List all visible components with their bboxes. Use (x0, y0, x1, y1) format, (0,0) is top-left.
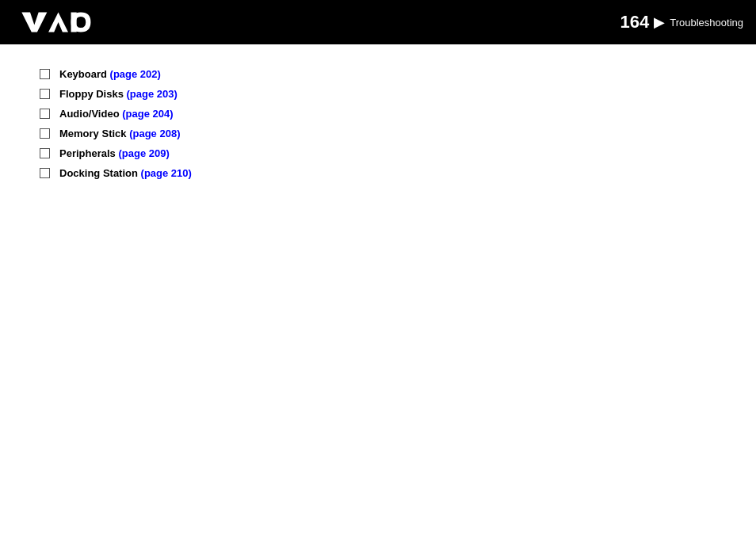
item-page-link[interactable]: (page 202) (110, 68, 161, 80)
item-label: Memory Stick (page 208) (59, 128, 180, 139)
list-item: Floppy Disks (page 203) (40, 88, 716, 100)
list-item: Peripherals (page 209) (40, 147, 716, 159)
header: 164 ▶ Troubleshooting (0, 0, 756, 44)
checkbox-icon (40, 148, 50, 158)
item-page-link[interactable]: (page 208) (129, 128, 180, 139)
content-area: Keyboard (page 202)Floppy Disks (page 20… (0, 44, 756, 203)
item-label: Docking Station (page 210) (59, 167, 192, 179)
checkbox-icon (40, 69, 50, 79)
vaio-logo (16, 10, 95, 35)
menu-list: Keyboard (page 202)Floppy Disks (page 20… (40, 68, 716, 179)
logo-area (16, 10, 95, 35)
checkbox-icon (40, 168, 50, 178)
item-label: Audio/Video (page 204) (59, 108, 174, 120)
item-label: Peripherals (page 209) (59, 147, 170, 159)
svg-marker-1 (48, 13, 68, 32)
list-item: Audio/Video (page 204) (40, 108, 716, 120)
svg-marker-0 (21, 13, 47, 32)
list-item: Memory Stick (page 208) (40, 128, 716, 139)
item-page-link[interactable]: (page 209) (118, 147, 169, 159)
checkbox-icon (40, 109, 50, 119)
item-label: Keyboard (page 202) (59, 68, 161, 80)
checkbox-icon (40, 89, 50, 99)
item-page-link[interactable]: (page 204) (122, 108, 173, 120)
section-title: Troubleshooting (670, 17, 743, 29)
page-number: 164 (620, 12, 650, 32)
list-item: Docking Station (page 210) (40, 167, 716, 179)
next-arrow-icon: ▶ (654, 13, 665, 31)
item-page-link[interactable]: (page 210) (141, 167, 192, 179)
checkbox-icon (40, 128, 50, 139)
item-label: Floppy Disks (page 203) (59, 88, 178, 100)
header-right: 164 ▶ Troubleshooting (620, 12, 743, 32)
list-item: Keyboard (page 202) (40, 68, 716, 80)
item-page-link[interactable]: (page 203) (127, 88, 178, 100)
